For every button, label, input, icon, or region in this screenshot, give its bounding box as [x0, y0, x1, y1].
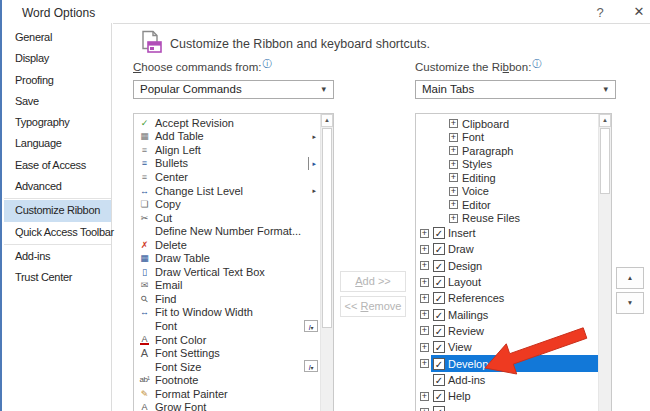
choose-commands-dropdown[interactable]: Popular Commands ▾ — [133, 80, 334, 99]
command-item-email[interactable]: ✉Email — [134, 279, 320, 293]
ribbon-tab-mailings[interactable]: +✓Mailings — [416, 306, 598, 322]
ribbon-tab-developer[interactable]: +✓Developer — [416, 355, 598, 371]
command-item-fit-to-window-width[interactable]: ↔Fit to Window Width — [134, 306, 320, 320]
flyout-arrow-icon[interactable]: ▸ — [312, 184, 316, 197]
checkbox-checked[interactable]: ✓ — [433, 390, 445, 402]
checkbox-checked[interactable]: ✓ — [433, 358, 445, 370]
checkbox-checked[interactable]: ✓ — [433, 227, 445, 239]
checkbox-checked[interactable]: ✓ — [433, 243, 445, 255]
ribbon-tab-design[interactable]: +✓Design — [416, 258, 598, 274]
command-item-font-color[interactable]: AFont Color — [134, 333, 320, 347]
ribbon-tab-add-ins[interactable]: ✓Add-ins — [416, 372, 598, 388]
ribbon-group-reuse-files[interactable]: +Reuse Files — [416, 212, 598, 226]
commands-scrollbar[interactable]: ▲ — [320, 114, 333, 411]
command-item-font-size[interactable]: Font SizeI▾ — [134, 360, 320, 374]
command-item-draw-vertical-text-box[interactable]: ▯Draw Vertical Text Box — [134, 265, 320, 279]
command-item-align-left[interactable]: ≡Align Left — [134, 143, 320, 157]
expand-plus-icon[interactable]: + — [449, 187, 458, 196]
command-item-accept-revision[interactable]: ✓Accept Revision — [134, 116, 320, 130]
customize-ribbon-dropdown[interactable]: Main Tabs ▾ — [415, 80, 616, 99]
expand-plus-icon[interactable]: + — [449, 173, 458, 182]
checkbox-checked[interactable]: ✓ — [433, 325, 445, 337]
font-picker-control[interactable]: I▾ — [304, 360, 318, 372]
checkbox-checked[interactable]: ✓ — [433, 406, 445, 411]
command-item-bullets[interactable]: ≡Bullets▸ — [134, 157, 320, 171]
sidebar-item-ease-of-access[interactable]: Ease of Access — [4, 155, 111, 176]
ribbon-group-editing[interactable]: +Editing — [416, 171, 598, 185]
command-item-font-settings[interactable]: AFont Settings — [134, 346, 320, 360]
ribbon-tab-references[interactable]: +✓References — [416, 290, 598, 306]
expand-plus-icon[interactable]: + — [449, 214, 458, 223]
expand-plus-icon[interactable]: + — [420, 278, 429, 287]
checkbox-checked[interactable]: ✓ — [433, 292, 445, 304]
ribbon-tab-view[interactable]: +✓View — [416, 339, 598, 355]
ribbon-item-partial[interactable]: +✓ — [416, 404, 598, 411]
command-item-copy[interactable]: ❏Copy — [134, 197, 320, 211]
sidebar-item-customize-ribbon[interactable]: Customize Ribbon — [4, 200, 111, 221]
command-item-grow-font[interactable]: AGrow Font — [134, 400, 320, 411]
expand-plus-icon[interactable]: + — [420, 326, 429, 335]
sidebar-item-proofing[interactable]: Proofing — [4, 70, 111, 91]
add-button[interactable]: Add >> — [340, 271, 406, 292]
command-item-delete[interactable]: ✗Delete — [134, 238, 320, 252]
command-item-change-list-level[interactable]: ↔Change List Level▸ — [134, 184, 320, 198]
scroll-up-icon[interactable]: ▲ — [599, 114, 611, 127]
checkbox-checked[interactable]: ✓ — [433, 374, 445, 386]
sidebar-item-typography[interactable]: Typography — [4, 112, 111, 133]
font-picker-control[interactable]: I▾ — [304, 320, 318, 332]
expand-plus-icon[interactable]: + — [449, 160, 458, 169]
main-tabs-scrollbar[interactable]: ▲ — [598, 114, 611, 411]
expand-plus-icon[interactable]: + — [449, 200, 458, 209]
expand-plus-icon[interactable]: + — [449, 133, 458, 142]
ribbon-tab-layout[interactable]: +✓Layout — [416, 274, 598, 290]
expand-plus-icon[interactable]: + — [420, 392, 429, 401]
scroll-up-icon[interactable]: ▲ — [321, 114, 333, 127]
ribbon-group-clipboard[interactable]: +Clipboard — [416, 117, 598, 131]
expand-plus-icon[interactable]: + — [449, 119, 458, 128]
help-button[interactable]: ? — [592, 5, 608, 21]
ribbon-group-voice[interactable]: +Voice — [416, 185, 598, 199]
command-item-format-painter[interactable]: ✎Format Painter — [134, 387, 320, 401]
expand-plus-icon[interactable]: + — [420, 245, 429, 254]
ribbon-group-font[interactable]: +Font — [416, 131, 598, 145]
command-item-font[interactable]: FontI▾ — [134, 319, 320, 333]
checkbox-checked[interactable]: ✓ — [433, 260, 445, 272]
sidebar-item-add-ins[interactable]: Add-ins — [4, 246, 111, 267]
ribbon-group-editor[interactable]: +Editor — [416, 198, 598, 212]
info-icon[interactable]: ⓘ — [262, 58, 272, 69]
ribbon-group-paragraph[interactable]: +Paragraph — [416, 144, 598, 158]
close-icon[interactable]: ✕ — [630, 4, 648, 21]
sidebar-item-quick-access-toolbar[interactable]: Quick Access Toolbar — [4, 222, 111, 243]
flyout-arrow-icon[interactable]: ▸ — [308, 157, 316, 170]
remove-button[interactable]: << Remove — [340, 296, 406, 317]
sidebar-item-advanced[interactable]: Advanced — [4, 176, 111, 197]
move-down-button[interactable]: ▼ — [616, 292, 644, 314]
ribbon-tab-insert[interactable]: +✓Insert — [416, 225, 598, 241]
checkbox-checked[interactable]: ✓ — [433, 309, 445, 321]
command-item-center[interactable]: ≡Center — [134, 170, 320, 184]
move-up-button[interactable]: ▲ — [616, 267, 644, 289]
expand-plus-icon[interactable]: + — [420, 229, 429, 238]
checkbox-checked[interactable]: ✓ — [433, 341, 445, 353]
command-item-draw-table[interactable]: ▦Draw Table — [134, 251, 320, 265]
flyout-arrow-icon[interactable]: ▸ — [312, 130, 316, 143]
ribbon-tab-review[interactable]: +✓Review — [416, 323, 598, 339]
sidebar-item-trust-center[interactable]: Trust Center — [4, 267, 111, 288]
sidebar-item-language[interactable]: Language — [4, 133, 111, 154]
expand-plus-icon[interactable]: + — [449, 146, 458, 155]
checkbox-checked[interactable]: ✓ — [433, 276, 445, 288]
ribbon-group-styles[interactable]: +Styles — [416, 158, 598, 172]
command-item-add-table[interactable]: ▦Add Table▸ — [134, 130, 320, 144]
command-item-cut[interactable]: ✂Cut — [134, 211, 320, 225]
sidebar-item-display[interactable]: Display — [4, 48, 111, 69]
expand-plus-icon[interactable]: + — [420, 310, 429, 319]
expand-plus-icon[interactable]: + — [420, 343, 429, 352]
command-item-footnote[interactable]: ab¹Footnote — [134, 373, 320, 387]
scrollbar-thumb[interactable] — [600, 128, 610, 194]
ribbon-tab-draw[interactable]: +✓Draw — [416, 241, 598, 257]
command-item-define-new-number-format[interactable]: Define New Number Format... — [134, 224, 320, 238]
command-item-find[interactable]: ⚲Find — [134, 292, 320, 306]
ribbon-tab-help[interactable]: +✓Help — [416, 388, 598, 404]
sidebar-item-save[interactable]: Save — [4, 91, 111, 112]
scrollbar-thumb[interactable] — [322, 128, 332, 328]
